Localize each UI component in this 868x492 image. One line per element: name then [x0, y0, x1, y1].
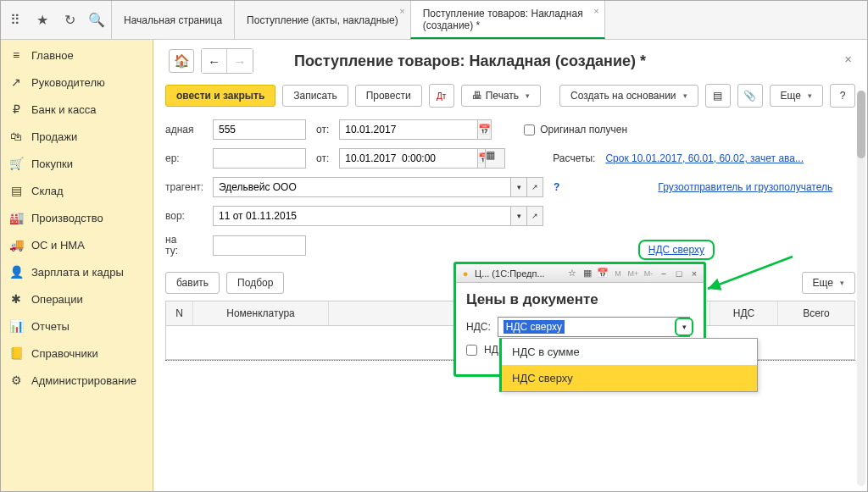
nds-top-link[interactable]: НДС сверху	[648, 244, 704, 256]
tab-label: Поступление (акты, накладные)	[247, 14, 398, 26]
sidebar-label: Производство	[31, 212, 103, 224]
shipper-link[interactable]: Грузоотправитель и грузополучатель	[658, 181, 832, 193]
sidebar-label: Покупки	[31, 158, 73, 170]
create-based-button[interactable]: Создать на основании	[559, 85, 698, 107]
sidebar-item-sales[interactable]: 🛍Продажи	[1, 123, 153, 150]
original-received-checkbox[interactable]	[524, 124, 535, 135]
col-n: N	[166, 301, 193, 325]
close-icon[interactable]: ×	[399, 6, 404, 16]
contract-input[interactable]	[213, 206, 511, 226]
form-area: адная от: 📅 Оригинал получен ер: от:	[153, 116, 867, 268]
order-number-input[interactable]	[213, 148, 306, 169]
extra-button[interactable]: ▦	[485, 148, 505, 169]
maximize-icon[interactable]: □	[673, 268, 685, 279]
tab-label: Начальная страница	[124, 14, 222, 26]
tabs: Начальная страница Поступление (акты, на…	[111, 1, 867, 39]
open-icon[interactable]: ↗	[526, 206, 543, 226]
open-icon[interactable]: ↗	[526, 177, 543, 197]
popup-title: Цены в документе	[466, 291, 693, 308]
col-total: Всего	[778, 301, 854, 325]
star-icon[interactable]: ★	[35, 13, 50, 28]
sidebar-item-purchases[interactable]: 🛒Покупки	[1, 150, 153, 177]
person-icon: 👤	[9, 265, 23, 279]
truck-icon: 🚚	[9, 238, 23, 252]
tab-current[interactable]: Поступление товаров: Накладная (создание…	[410, 1, 605, 39]
ruble-icon: ₽	[9, 102, 23, 116]
tab-home[interactable]: Начальная страница	[111, 1, 235, 39]
home-button[interactable]: 🏠	[169, 49, 194, 73]
help-link[interactable]: ?	[554, 181, 559, 193]
dropdown-icon[interactable]: ▾	[510, 177, 527, 197]
boxes-icon: ▤	[9, 184, 23, 197]
forward-button[interactable]: →	[227, 49, 253, 73]
search-icon[interactable]: 🔍	[89, 13, 104, 28]
nds-link-highlight: НДС сверху	[638, 240, 715, 260]
invoice-number-input[interactable]	[213, 235, 306, 256]
fav-icon[interactable]: ☆	[566, 268, 578, 279]
sidebar-item-bank[interactable]: ₽Банк и касса	[1, 96, 153, 123]
m-minus-button[interactable]: M-	[643, 268, 654, 279]
contragent-input[interactable]	[213, 177, 511, 197]
nds-select-input[interactable]: НДС сверху	[498, 317, 690, 337]
sidebar: ≡Главное ↗Руководителю ₽Банк и касса 🛍Пр…	[1, 40, 153, 491]
pick-button[interactable]: Подбор	[226, 272, 284, 294]
help-button[interactable]: ?	[830, 84, 855, 108]
more-button[interactable]: Еще	[770, 85, 823, 107]
sidebar-item-salary[interactable]: 👤Зарплата и кадры	[1, 258, 153, 285]
calc-icon[interactable]: ▦	[581, 268, 593, 279]
m-button[interactable]: M	[612, 268, 624, 279]
calendar-icon[interactable]: 📅	[477, 119, 492, 140]
nds-include-checkbox[interactable]	[466, 345, 477, 356]
ops-icon: ✱	[9, 292, 23, 306]
dropdown-icon[interactable]: ▾	[510, 206, 527, 226]
cart-icon: 🛒	[9, 157, 23, 170]
calculations-link[interactable]: Срок 10.01.2017, 60.01, 60.02, зачет ава…	[605, 152, 804, 164]
cal-icon[interactable]: 📅	[597, 268, 609, 279]
scrollbar[interactable]	[857, 91, 865, 486]
doc-date-input[interactable]	[339, 119, 477, 140]
sidebar-item-reports[interactable]: 📊Отчеты	[1, 312, 153, 340]
bag-icon: 🛍	[9, 130, 23, 143]
scrollbar-thumb[interactable]	[857, 91, 865, 158]
print-button[interactable]: 🖶Печать	[461, 85, 541, 107]
sidebar-item-warehouse[interactable]: ▤Склад	[1, 177, 153, 204]
apps-icon[interactable]: ⠿	[8, 13, 23, 28]
post-and-close-button[interactable]: овести и закрыть	[165, 85, 275, 107]
tab-label: Поступление товаров: Накладная (создание…	[423, 8, 593, 31]
history-icon[interactable]: ↻	[62, 13, 77, 28]
sidebar-item-catalogs[interactable]: 📒Справочники	[1, 340, 153, 367]
nds-option-in-sum[interactable]: НДС в сумме	[502, 339, 757, 365]
nds-option-on-top[interactable]: НДС сверху	[502, 365, 757, 391]
more-table-button[interactable]: Еще	[802, 272, 855, 294]
post-button[interactable]: Провести	[355, 85, 422, 107]
order-date-input[interactable]	[339, 148, 477, 169]
add-button[interactable]: бавить	[165, 272, 220, 294]
page-title: Поступление товаров: Накладная (создание…	[294, 53, 646, 70]
back-button[interactable]: ←	[202, 49, 227, 73]
structure-button[interactable]: ▤	[705, 84, 731, 108]
close-icon[interactable]: ×	[593, 6, 598, 16]
gear-icon: ⚙	[9, 373, 23, 387]
sidebar-item-manager[interactable]: ↗Руководителю	[1, 69, 153, 96]
popup-titlebar[interactable]: ● Ц... (1С:Предп... ☆ ▦ 📅 M M+ M- − □ ×	[456, 264, 704, 283]
book-icon: 📒	[9, 346, 23, 360]
attach-button[interactable]: 📎	[737, 84, 763, 108]
sidebar-item-assets[interactable]: 🚚ОС и НМА	[1, 231, 153, 258]
chart-bars-icon: 📊	[9, 319, 23, 333]
minimize-icon[interactable]: −	[658, 268, 670, 279]
sidebar-item-operations[interactable]: ✱Операции	[1, 285, 153, 312]
m-plus-button[interactable]: M+	[627, 268, 639, 279]
nds-dropdown-toggle[interactable]: ▾	[675, 318, 693, 336]
doc-number-input[interactable]	[213, 119, 306, 140]
nds-selected-value: НДС сверху	[504, 320, 565, 334]
dt-kt-button[interactable]: Дт	[429, 84, 454, 108]
sidebar-label: ОС и НМА	[31, 239, 85, 252]
sidebar-item-admin[interactable]: ⚙Администрирование	[1, 367, 153, 394]
sidebar-item-production[interactable]: 🏭Производство	[1, 204, 153, 231]
sidebar-item-main[interactable]: ≡Главное	[1, 41, 153, 69]
record-button[interactable]: Записать	[282, 85, 348, 107]
sidebar-label: Зарплата и кадры	[31, 266, 124, 279]
tab-receipts[interactable]: Поступление (акты, накладные)×	[234, 1, 411, 39]
close-icon[interactable]: ×	[688, 268, 700, 279]
close-page-button[interactable]: ×	[844, 52, 852, 66]
